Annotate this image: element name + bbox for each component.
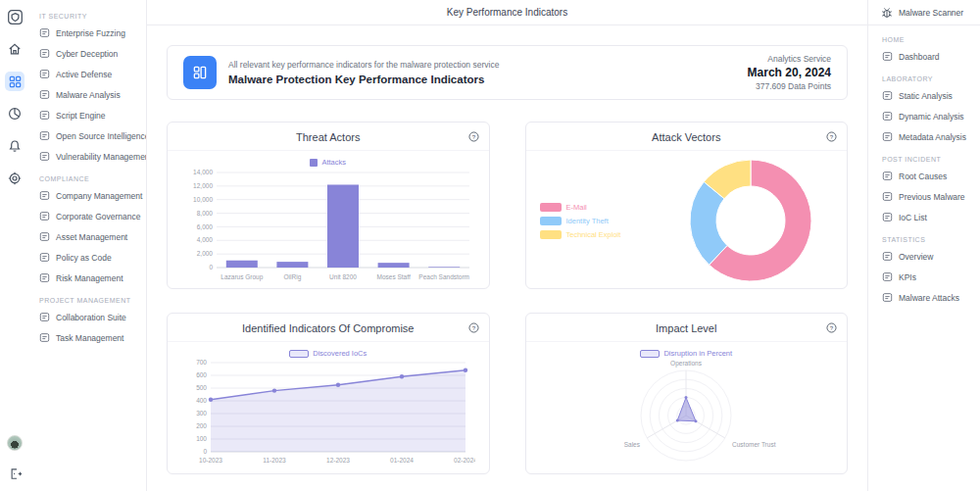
menu-item-label: Overview — [899, 252, 933, 262]
svg-text:?: ? — [830, 324, 834, 331]
analytics-data-points: 377.609 Data Points — [748, 81, 831, 91]
overview-icon — [882, 251, 893, 262]
svg-text:10-2023: 10-2023 — [199, 457, 222, 464]
legend-swatch — [540, 217, 562, 225]
asset-management-icon — [39, 231, 50, 242]
menu-item-label: Asset Management — [56, 232, 127, 242]
menu-item-label: Enterprise Fuzzing — [56, 28, 125, 38]
menu-item-asset-management[interactable]: Asset Management — [29, 226, 146, 247]
menu-item-label: Task Management — [56, 333, 123, 343]
settings-gear-icon[interactable] — [5, 169, 24, 188]
menu-item-malware-attacks[interactable]: Malware Attacks — [872, 287, 980, 308]
legend-label: Disruption in Percent — [663, 349, 732, 358]
threat-actors-title: Threat Actors — [168, 123, 489, 151]
section-label-project-management: PROJECT MANAGEMENT — [39, 297, 146, 304]
help-icon[interactable]: ? — [825, 130, 838, 143]
menu-item-label: Collaboration Suite — [56, 313, 126, 322]
corporate-governance-icon — [39, 211, 50, 221]
legend-item-identity-theft: Identity Theft — [540, 217, 656, 225]
menu-item-collaboration-suite[interactable]: Collaboration Suite — [29, 307, 146, 327]
svg-text:0: 0 — [209, 264, 213, 270]
svg-text:?: ? — [471, 133, 475, 140]
legend-item-disruption-in-percent: Disruption in Percent — [640, 349, 732, 358]
menu-item-ioc-list[interactable]: IoC List — [872, 207, 980, 227]
donut-chart — [668, 153, 825, 288]
menu-item-active-defense[interactable]: Active Defense — [29, 64, 146, 84]
previous-malware-icon — [882, 191, 893, 202]
right-sidebar: Malware Scanner HOME DashboardLABORATORY… — [867, 0, 980, 491]
menu-item-label: Active Defense — [56, 70, 112, 79]
section-label-it-security: IT SECURITY — [39, 13, 146, 20]
help-icon[interactable]: ? — [467, 130, 480, 143]
menu-item-static-analysis[interactable]: Static Analysis — [872, 85, 980, 106]
kpis-icon — [882, 271, 893, 282]
menu-item-vulnerability-management[interactable]: Vulnerability Management — [29, 146, 146, 167]
menu-item-label: Risk Management — [56, 273, 123, 283]
identified-iocs-title: Identified Indicators Of Compromise — [168, 314, 489, 342]
policy-as-code-icon — [39, 252, 50, 263]
legend-label: Discovered IoCs — [313, 349, 367, 358]
menu-item-metadata-analysis[interactable]: Metadata Analysis — [872, 126, 980, 147]
help-icon[interactable]: ? — [467, 321, 480, 334]
section-label-laboratory: LABORATORY — [882, 75, 980, 82]
notifications-bell-icon[interactable] — [5, 136, 24, 156]
menu-item-label: IoC List — [899, 213, 927, 222]
app-window: IT SECURITY Enterprise Fuzzing Cyber Dec… — [0, 0, 980, 491]
malware-scanner-button[interactable]: Malware Scanner — [868, 0, 980, 25]
svg-text:400: 400 — [196, 397, 207, 404]
left-sidebar: IT SECURITY Enterprise Fuzzing Cyber Dec… — [29, 0, 147, 491]
menu-item-label: Malware Attacks — [899, 293, 959, 303]
menu-item-overview[interactable]: Overview — [872, 246, 980, 267]
logout-icon[interactable] — [5, 464, 24, 483]
svg-text:300: 300 — [196, 410, 207, 417]
home-icon[interactable] — [5, 39, 24, 59]
malware-scanner-label: Malware Scanner — [899, 8, 963, 18]
legend-swatch — [540, 203, 562, 212]
menu-item-policy-as-code[interactable]: Policy as Code — [29, 247, 146, 268]
open-source-intelligence-icon — [39, 130, 50, 141]
metadata-analysis-icon — [882, 131, 893, 142]
menu-item-previous-malware[interactable]: Previous Malware — [872, 186, 980, 207]
legend-swatch — [289, 350, 309, 358]
legend-swatch — [310, 159, 318, 167]
risk-management-icon — [39, 272, 50, 283]
menu-item-risk-management[interactable]: Risk Management — [29, 268, 146, 288]
svg-text:11-2023: 11-2023 — [263, 457, 286, 464]
section-label-post-incident: POST INCIDENT — [882, 156, 980, 163]
menu-item-kpis[interactable]: KPIs — [872, 267, 980, 287]
page-title-text: Key Performance Indicators — [447, 7, 567, 18]
dashboard-icon[interactable] — [5, 72, 24, 91]
menu-item-malware-analysis[interactable]: Malware Analysis — [29, 84, 146, 105]
menu-item-label: Corporate Governance — [56, 212, 140, 221]
menu-item-corporate-governance[interactable]: Corporate Governance — [29, 206, 146, 226]
menu-item-enterprise-fuzzing[interactable]: Enterprise Fuzzing — [29, 23, 146, 43]
menu-item-cyber-deception[interactable]: Cyber Deception — [29, 43, 146, 64]
svg-text:Operations: Operations — [670, 360, 703, 368]
svg-text:500: 500 — [196, 384, 207, 391]
menu-item-label: Dashboard — [899, 52, 940, 62]
donut-chart-body: E-MailIdentity TheftTechnical Exploit — [526, 151, 848, 288]
menu-item-script-engine[interactable]: Script Engine — [29, 105, 146, 125]
menu-item-task-management[interactable]: Task Management — [29, 327, 146, 348]
svg-text:12-2023: 12-2023 — [326, 457, 350, 464]
legend-item-e-mail: E-Mail — [540, 203, 656, 212]
root-causes-icon — [882, 171, 893, 181]
menu-item-open-source-intelligence[interactable]: Open Source Intelligence — [29, 125, 146, 146]
analytics-meta: Analytics Service March 20, 2024 377.609… — [748, 54, 831, 91]
main-area: Key Performance Indicators All relevant … — [147, 0, 867, 491]
threat-actors-card: Threat Actors ? Attacks 02,0004,0006,000… — [167, 122, 490, 289]
user-avatar[interactable] — [7, 435, 23, 451]
menu-item-dynamic-analysis[interactable]: Dynamic Analysis — [872, 106, 980, 126]
kpi-title: Malware Protection Key Performance Indic… — [228, 74, 499, 85]
svg-text:Peach Sandstorm: Peach Sandstorm — [418, 273, 469, 280]
menu-item-label: Static Analysis — [899, 91, 953, 101]
pie-chart-icon[interactable] — [5, 104, 24, 123]
menu-item-company-management[interactable]: Company Management — [29, 185, 146, 206]
svg-text:02-2024: 02-2024 — [454, 457, 475, 464]
legend-swatch — [540, 230, 562, 239]
attack-vectors-title: Attack Vectors — [526, 123, 848, 151]
menu-item-dashboard[interactable]: Dashboard — [872, 46, 980, 67]
help-icon[interactable]: ? — [825, 321, 838, 334]
section-label-statistics: STATISTICS — [882, 236, 980, 243]
menu-item-root-causes[interactable]: Root Causes — [872, 166, 980, 186]
